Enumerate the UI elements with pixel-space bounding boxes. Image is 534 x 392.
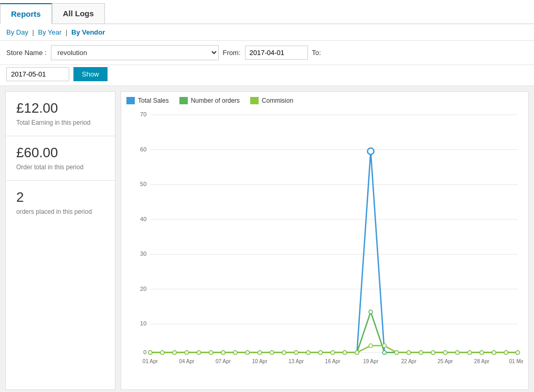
controls-row-2: Show [0, 65, 534, 86]
sep2: | [66, 28, 67, 36]
svg-point-105 [492, 351, 496, 354]
filter-by-year[interactable]: By Year [38, 28, 62, 36]
from-date-input[interactable] [245, 46, 308, 60]
chart-peak-dot-sales [368, 148, 374, 155]
stat-order-total: £60.00 Order total in this period [6, 136, 115, 181]
stat-orders-placed: 2 orders placed in this period [6, 181, 115, 225]
svg-point-106 [504, 351, 508, 354]
stat-orders-placed-value: 2 [16, 189, 104, 205]
store-name-label: Store Name : [6, 49, 47, 57]
svg-text:19 Apr: 19 Apr [363, 358, 379, 364]
svg-point-77 [148, 351, 152, 354]
filter-by-vendor[interactable]: By Vendor [71, 28, 105, 36]
svg-text:40: 40 [140, 216, 146, 222]
legend-total-sales-color [126, 97, 135, 104]
svg-point-82 [209, 351, 213, 354]
svg-point-65 [382, 351, 386, 354]
svg-text:13 Apr: 13 Apr [289, 358, 304, 364]
svg-text:30: 30 [140, 251, 146, 257]
chart-container: 70 60 50 40 30 20 10 0 [126, 110, 523, 384]
svg-point-81 [197, 351, 201, 354]
legend-total-sales: Total Sales [126, 97, 169, 104]
to-label: To: [312, 49, 321, 57]
svg-point-100 [431, 351, 435, 354]
show-button[interactable]: Show [73, 67, 108, 81]
svg-point-85 [245, 351, 249, 354]
svg-point-94 [355, 351, 359, 354]
stat-order-total-value: £60.00 [16, 145, 104, 161]
from-label: From: [223, 49, 241, 57]
svg-text:07 Apr: 07 Apr [216, 358, 231, 364]
sep1: | [33, 28, 34, 36]
svg-text:10 Apr: 10 Apr [252, 358, 268, 364]
stats-panel: £12.00 Total Earning in this period £60.… [5, 91, 115, 390]
svg-point-86 [258, 351, 261, 354]
svg-text:0: 0 [143, 349, 146, 355]
tabs-bar: Reports All Logs [0, 0, 534, 24]
filter-bar: By Day | By Year | By Vendor [0, 24, 534, 41]
svg-point-95 [369, 344, 372, 347]
svg-point-97 [395, 351, 399, 354]
svg-point-84 [233, 351, 237, 354]
stat-total-earning-label: Total Earning in this period [16, 119, 90, 126]
svg-point-93 [343, 351, 347, 354]
legend-num-orders-label: Number of orders [191, 97, 240, 104]
chart-area: Total Sales Number of orders Commision [121, 91, 529, 390]
svg-point-99 [419, 351, 423, 354]
svg-text:25 Apr: 25 Apr [437, 358, 453, 364]
svg-text:10: 10 [140, 320, 146, 326]
svg-text:01 May: 01 May [509, 358, 523, 364]
svg-text:60: 60 [140, 146, 146, 153]
stat-total-earning: £12.00 Total Earning in this period [6, 92, 115, 136]
svg-point-96 [382, 344, 386, 347]
svg-text:01 Apr: 01 Apr [143, 358, 158, 364]
legend-num-orders-color [179, 97, 188, 104]
chart-legend: Total Sales Number of orders Commision [126, 97, 523, 104]
controls-row: Store Name : revolution From: To: [0, 41, 534, 65]
svg-point-80 [185, 351, 188, 354]
stat-total-earning-value: £12.00 [16, 100, 104, 116]
store-select[interactable]: revolution [51, 45, 219, 60]
svg-point-83 [221, 351, 225, 354]
svg-point-102 [455, 351, 459, 354]
svg-text:70: 70 [140, 111, 146, 117]
svg-text:50: 50 [140, 181, 146, 187]
svg-point-90 [306, 351, 310, 354]
legend-commission: Commision [250, 97, 293, 104]
svg-point-88 [282, 351, 286, 354]
svg-text:04 Apr: 04 Apr [179, 358, 195, 364]
svg-point-78 [161, 351, 164, 354]
svg-point-101 [443, 351, 447, 354]
to-date-input[interactable] [6, 67, 69, 81]
tab-all-logs[interactable]: All Logs [52, 3, 105, 24]
svg-point-103 [468, 351, 472, 354]
filter-by-day[interactable]: By Day [6, 28, 28, 36]
stat-orders-placed-label: orders placed in this period [16, 208, 92, 215]
legend-total-sales-label: Total Sales [138, 97, 169, 104]
svg-text:20: 20 [140, 286, 146, 292]
svg-point-92 [331, 351, 335, 354]
svg-point-98 [407, 351, 411, 354]
svg-text:16 Apr: 16 Apr [325, 358, 341, 364]
svg-text:28 Apr: 28 Apr [474, 358, 490, 364]
svg-point-79 [173, 351, 176, 354]
legend-num-orders: Number of orders [179, 97, 240, 104]
svg-point-89 [294, 351, 298, 354]
svg-point-64 [369, 310, 372, 314]
svg-point-104 [480, 351, 484, 354]
chart-svg: 70 60 50 40 30 20 10 0 [126, 110, 523, 384]
svg-point-87 [270, 351, 274, 354]
stat-order-total-label: Order total in this period [16, 164, 83, 171]
filter-links: By Day | By Year | By Vendor [6, 28, 528, 36]
legend-commission-color [250, 97, 259, 104]
svg-point-107 [516, 351, 519, 354]
tab-reports[interactable]: Reports [0, 3, 52, 24]
main-content: £12.00 Total Earning in this period £60.… [0, 86, 534, 392]
svg-point-91 [318, 351, 322, 354]
svg-text:22 Apr: 22 Apr [401, 358, 417, 364]
legend-commission-label: Commision [262, 97, 293, 104]
